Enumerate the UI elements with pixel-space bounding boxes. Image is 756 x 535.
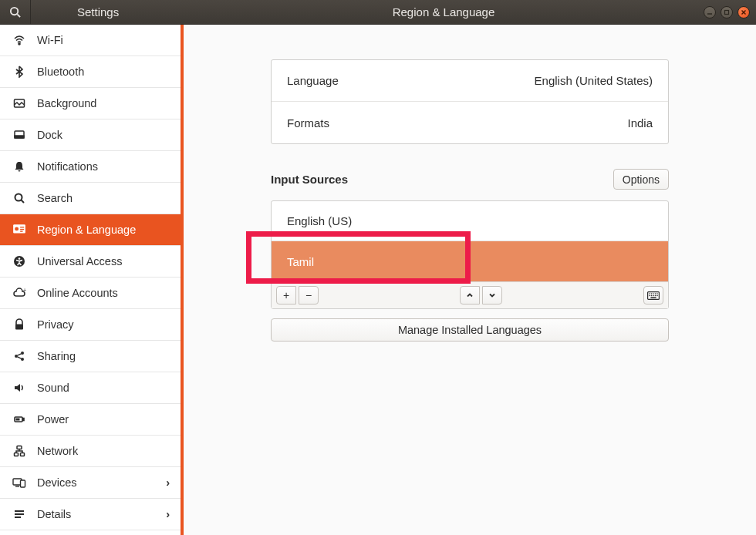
- minus-icon: −: [305, 289, 312, 301]
- add-source-button[interactable]: +: [276, 286, 296, 305]
- input-source-label: Tamil: [287, 255, 314, 268]
- sidebar-item-search[interactable]: Search: [0, 183, 181, 214]
- input-sources-toolbar: + −: [272, 281, 668, 308]
- sidebar-item-privacy[interactable]: Privacy: [0, 309, 181, 341]
- sidebar-item-notifications[interactable]: Notifications: [0, 151, 181, 183]
- sidebar-item-sound[interactable]: Sound: [0, 372, 181, 404]
- svg-rect-9: [15, 136, 24, 138]
- svg-rect-35: [15, 510, 24, 512]
- manage-installed-languages-button[interactable]: Manage Installed Languages: [271, 318, 669, 342]
- sidebar-item-label: Sound: [37, 382, 69, 394]
- page-title: Region & Language: [184, 5, 704, 19]
- sidebar-item-label: Privacy: [37, 318, 74, 331]
- sidebar-item-power[interactable]: Power: [0, 404, 181, 436]
- keyboard-icon: [647, 291, 660, 300]
- share-icon: [11, 350, 28, 362]
- search-icon: [11, 192, 28, 204]
- sidebar-item-label: Search: [37, 192, 73, 204]
- input-sources-list: English (US) Tamil + −: [271, 200, 669, 309]
- sidebar-item-dock[interactable]: Dock: [0, 119, 181, 151]
- svg-point-13: [15, 227, 19, 230]
- privacy-icon: [11, 318, 28, 331]
- sidebar-item-label: Sharing: [37, 350, 76, 362]
- svg-rect-3: [725, 10, 729, 14]
- svg-rect-28: [16, 419, 20, 421]
- dock-icon: [11, 129, 28, 141]
- minimize-button[interactable]: [704, 6, 716, 19]
- details-icon: [11, 508, 28, 520]
- svg-text:+: +: [23, 288, 26, 293]
- sidebar-title: Settings: [31, 5, 184, 19]
- title-bar: Settings Region & Language: [0, 0, 756, 25]
- sidebar-item-universal-access[interactable]: Universal Access: [0, 246, 181, 278]
- maximize-button[interactable]: [721, 6, 733, 19]
- sidebar-item-label: Bluetooth: [37, 66, 84, 78]
- window-controls: [704, 6, 756, 19]
- sidebar-item-network[interactable]: Network: [0, 436, 181, 467]
- show-keyboard-layout-button[interactable]: [643, 286, 663, 305]
- close-button[interactable]: [737, 6, 750, 19]
- manage-languages-row: Manage Installed Languages: [271, 318, 669, 342]
- sidebar-item-label: Background: [37, 97, 96, 109]
- svg-line-24: [18, 354, 22, 355]
- globe-icon: [11, 223, 28, 237]
- svg-rect-36: [15, 513, 24, 515]
- cloud-icon: +: [11, 287, 28, 299]
- svg-rect-37: [15, 516, 21, 518]
- svg-rect-16: [20, 230, 22, 231]
- wifi-icon: [11, 34, 28, 46]
- sidebar-item-devices[interactable]: Devices ›: [0, 467, 181, 499]
- sidebar-item-region-language[interactable]: Region & Language: [0, 214, 181, 246]
- sidebar-item-details[interactable]: Details ›: [0, 499, 181, 530]
- formats-label: Formats: [287, 116, 329, 130]
- sidebar-item-wifi[interactable]: Wi-Fi: [0, 25, 181, 56]
- svg-rect-31: [21, 453, 25, 456]
- minimize-icon: [707, 9, 713, 15]
- bell-icon: [11, 160, 28, 173]
- svg-point-10: [15, 194, 22, 201]
- bluetooth-icon: [11, 66, 28, 78]
- sound-icon: [11, 382, 28, 394]
- input-source-label: English (US): [287, 214, 352, 227]
- app-body: Wi-Fi Bluetooth Background Dock Notifica: [0, 25, 756, 535]
- chevron-right-icon: ›: [166, 476, 170, 489]
- svg-line-1: [17, 14, 20, 17]
- power-icon: [11, 413, 28, 426]
- plus-icon: +: [283, 289, 289, 301]
- language-row[interactable]: Language English (United States): [272, 60, 668, 102]
- input-source-row[interactable]: English (US): [272, 201, 668, 241]
- search-icon: [9, 6, 21, 18]
- chevron-down-icon: [488, 291, 496, 299]
- move-up-button[interactable]: [460, 286, 480, 305]
- sidebar-item-label: Wi-Fi: [37, 34, 63, 46]
- titlebar-search-button[interactable]: [0, 0, 31, 25]
- language-value: English (United States): [535, 74, 653, 87]
- sidebar-item-label: Online Accounts: [37, 287, 118, 299]
- sidebar-item-label: Power: [37, 413, 69, 426]
- sidebar-item-label: Devices: [37, 476, 77, 489]
- sidebar: Wi-Fi Bluetooth Background Dock Notifica: [0, 25, 184, 535]
- accessibility-icon: [11, 255, 28, 268]
- sidebar-item-label: Universal Access: [37, 255, 122, 268]
- close-icon: [741, 9, 747, 15]
- svg-rect-14: [20, 227, 24, 227]
- input-source-row-selected[interactable]: Tamil: [272, 241, 668, 281]
- chevron-up-icon: [466, 291, 474, 299]
- formats-row[interactable]: Formats India: [272, 102, 668, 143]
- move-down-button[interactable]: [482, 286, 502, 305]
- svg-line-25: [18, 357, 22, 358]
- background-icon: [11, 97, 28, 109]
- svg-point-18: [19, 257, 21, 260]
- options-button[interactable]: Options: [613, 169, 669, 190]
- sidebar-item-online-accounts[interactable]: + Online Accounts: [0, 278, 181, 309]
- sidebar-item-sharing[interactable]: Sharing: [0, 341, 181, 372]
- svg-point-6: [19, 43, 20, 45]
- language-label: Language: [287, 74, 339, 87]
- sidebar-item-background[interactable]: Background: [0, 88, 181, 119]
- svg-rect-33: [21, 480, 25, 487]
- sidebar-item-bluetooth[interactable]: Bluetooth: [0, 56, 181, 88]
- input-sources-header: Input Sources Options: [271, 169, 669, 190]
- svg-rect-20: [15, 325, 23, 330]
- remove-source-button[interactable]: −: [299, 286, 319, 305]
- sidebar-item-label: Dock: [37, 129, 62, 141]
